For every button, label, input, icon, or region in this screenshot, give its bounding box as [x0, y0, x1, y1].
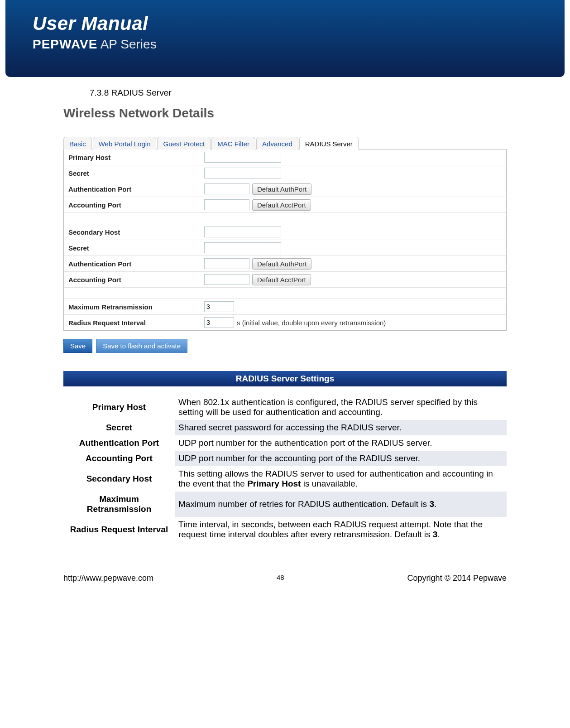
settings-descriptions-table: Primary Host When 802.1x authentication …: [63, 395, 507, 542]
req-interval-note: s (initial value, double upon every retr…: [237, 319, 386, 327]
banner-brand: PEPWAVE: [33, 37, 97, 51]
footer-url: http://www.pepwave.com: [63, 574, 153, 583]
secret1-label: Secret: [68, 169, 204, 177]
req-interval-input[interactable]: [204, 317, 234, 328]
secondary-host-input[interactable]: [204, 227, 281, 237]
settings-desc: Maximum number of retries for RADIUS aut…: [175, 492, 507, 517]
tab-guest-protect[interactable]: Guest Protect: [157, 137, 211, 149]
max-retrans-label: Maximum Retransmission: [68, 303, 204, 311]
settings-desc: When 802.1x authentication is configured…: [175, 395, 507, 420]
default-authport1-button[interactable]: Default AuthPort: [252, 183, 311, 195]
footer-page: 48: [277, 574, 284, 583]
banner-series: AP Series: [101, 37, 157, 51]
section-heading: 7.3.8 RADIUS Server: [90, 88, 507, 98]
page-footer: http://www.pepwave.com 48 Copyright © 20…: [0, 574, 570, 583]
auth-port2-input[interactable]: [204, 258, 249, 269]
auth-port1-input[interactable]: [204, 183, 249, 194]
tab-basic[interactable]: Basic: [63, 137, 92, 149]
tab-web-portal-login[interactable]: Web Portal Login: [93, 137, 157, 149]
settings-key: Maximum Retransmission: [63, 492, 175, 517]
settings-desc: UDP port number for the accounting port …: [175, 451, 507, 466]
footer-copyright: Copyright © 2014 Pepwave: [407, 574, 507, 583]
default-acctport2-button[interactable]: Default AcctPort: [252, 274, 311, 285]
primary-host-label: Primary Host: [68, 154, 204, 161]
settings-desc: Time interval, in seconds, between each …: [175, 517, 507, 542]
banner-title: User Manual: [33, 13, 537, 34]
tab-mac-filter[interactable]: MAC Filter: [211, 137, 255, 149]
acct-port2-input[interactable]: [204, 274, 249, 285]
default-authport2-button[interactable]: Default AuthPort: [252, 258, 311, 270]
secondary-host-label: Secondary Host: [68, 228, 204, 236]
primary-host-input[interactable]: [204, 152, 281, 163]
save-flash-button[interactable]: Save to flash and activate: [96, 339, 187, 353]
default-acctport1-button[interactable]: Default AcctPort: [252, 199, 311, 211]
banner: User Manual PEPWAVE AP Series: [5, 0, 565, 77]
settings-desc: This setting allows the RADIUS server to…: [175, 466, 507, 492]
settings-desc: UDP port number for the authentication p…: [175, 435, 507, 451]
auth-port1-label: Authentication Port: [68, 185, 204, 193]
secret1-input[interactable]: [204, 168, 281, 178]
settings-key: Secondary Host: [63, 466, 175, 492]
acct-port1-input[interactable]: [204, 199, 249, 210]
settings-table-title: RADIUS Server Settings: [63, 371, 507, 386]
banner-subtitle: PEPWAVE AP Series: [33, 37, 537, 52]
save-button[interactable]: Save: [63, 339, 92, 353]
settings-key: Primary Host: [63, 395, 175, 420]
secret2-label: Secret: [68, 244, 204, 252]
settings-key: Accounting Port: [63, 451, 175, 466]
settings-key: Authentication Port: [63, 435, 175, 451]
acct-port2-label: Accounting Port: [68, 276, 204, 284]
settings-key: Radius Request Interval: [63, 517, 175, 542]
secret2-input[interactable]: [204, 242, 281, 253]
auth-port2-label: Authentication Port: [68, 260, 204, 268]
max-retrans-input[interactable]: [204, 301, 234, 312]
settings-key: Secret: [63, 420, 175, 435]
acct-port1-label: Accounting Port: [68, 201, 204, 209]
tabs-bar: Basic Web Portal Login Guest Protect MAC…: [63, 134, 507, 149]
tab-radius-server[interactable]: RADIUS Server: [299, 137, 359, 149]
panel-title: Wireless Network Details: [63, 106, 507, 121]
req-interval-label: Radius Request Interval: [68, 319, 204, 327]
settings-panel: Primary Host Secret Authentication Port …: [63, 149, 507, 331]
settings-desc: Shared secret password for accessing the…: [175, 420, 507, 435]
tab-advanced[interactable]: Advanced: [256, 137, 298, 149]
